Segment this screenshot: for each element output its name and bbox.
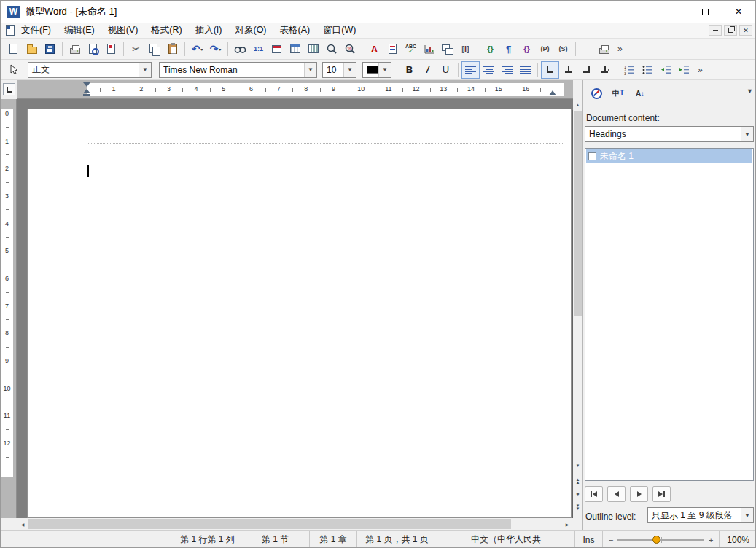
insert-frame-button[interactable] xyxy=(438,40,456,58)
statusbar-segment[interactable]: 中文（中华人民共 xyxy=(437,531,575,548)
menu-item[interactable]: 表格(A) xyxy=(273,23,317,38)
statusbar-segment[interactable]: 第 1 章 xyxy=(310,531,357,548)
columns-button[interactable] xyxy=(304,40,322,58)
navigation-button[interactable] xyxy=(587,84,606,103)
align-justify-button[interactable] xyxy=(516,61,534,79)
paren-p-button[interactable]: (P) xyxy=(536,40,554,58)
bold-button[interactable]: B xyxy=(400,61,418,79)
menu-item[interactable]: 文件(F) xyxy=(15,23,58,38)
maximize-button[interactable] xyxy=(688,1,722,23)
paren-s-button[interactable]: (S) xyxy=(554,40,572,58)
chevron-down-icon[interactable]: ▼ xyxy=(741,508,753,522)
bulleted-list-button[interactable] xyxy=(639,61,657,79)
document-area[interactable] xyxy=(17,99,573,518)
last-item-button[interactable] xyxy=(652,486,671,502)
first-item-button[interactable] xyxy=(585,486,603,502)
headings-list[interactable]: 未命名 1 xyxy=(585,148,754,481)
undo-button[interactable]: ↶▾ xyxy=(188,40,206,58)
outline-level-dropdown[interactable]: 只显示 1 至 9 级段落 ▼ xyxy=(647,507,754,523)
right-indent-marker[interactable] xyxy=(549,90,556,95)
script-button[interactable]: {} xyxy=(518,40,536,58)
tab-decimal-button[interactable] xyxy=(596,61,614,79)
horizontal-ruler[interactable]: 12345678910111213141516 xyxy=(17,80,573,99)
tab-type-selector[interactable] xyxy=(3,83,15,95)
menu-item[interactable]: 对象(O) xyxy=(228,23,273,38)
document-icon[interactable] xyxy=(6,25,15,36)
horizontal-scrollbar-thumb[interactable] xyxy=(28,519,511,529)
style-combo[interactable]: 正文 ▼ xyxy=(28,62,152,78)
zoom-percent-button[interactable]: % xyxy=(340,40,359,58)
font-color-button[interactable]: A xyxy=(365,40,383,58)
minimize-button[interactable] xyxy=(655,1,688,23)
chevron-down-icon[interactable]: ▼ xyxy=(343,63,356,77)
zoom-slider[interactable]: − + xyxy=(603,531,720,548)
statusbar-segment[interactable] xyxy=(1,531,174,548)
toolbar-overflow-icon[interactable]: » xyxy=(617,44,623,54)
vertical-ruler[interactable]: 0123456789101112 xyxy=(1,99,17,518)
find-button[interactable] xyxy=(231,40,249,58)
redo-dropdown-icon[interactable]: ▾ xyxy=(219,47,221,52)
toolbar-overflow-icon[interactable]: » xyxy=(698,65,703,75)
italic-button[interactable]: / xyxy=(418,61,437,79)
previous-item-button[interactable] xyxy=(607,486,626,502)
zoom-slider-track[interactable] xyxy=(617,539,704,541)
redo-button[interactable]: ↷▾ xyxy=(206,40,225,58)
vertical-scrollbar[interactable]: ▲ ▼ ▲▲ ● ▼▼ xyxy=(573,99,582,518)
printer-options-button[interactable] xyxy=(595,40,613,58)
next-page-button[interactable]: ▼▼ xyxy=(573,501,582,514)
save-button[interactable] xyxy=(41,40,59,58)
formatting-marks-button[interactable]: ¶ xyxy=(499,40,518,58)
insert-chart-button[interactable] xyxy=(420,40,438,58)
scroll-left-button[interactable]: ◀ xyxy=(17,518,28,530)
new-document-button[interactable] xyxy=(4,40,23,58)
zoom-button[interactable] xyxy=(322,40,340,58)
chevron-down-icon[interactable]: ▼ xyxy=(139,63,151,77)
heading-display-button[interactable]: 中T xyxy=(609,84,628,103)
font-color-combo[interactable]: ▼ xyxy=(362,62,391,78)
next-item-button[interactable] xyxy=(630,486,648,502)
font-combo[interactable]: Times New Roman ▼ xyxy=(159,62,317,78)
menu-item[interactable]: 格式(R) xyxy=(144,23,188,38)
spellcheck-button[interactable]: ABC✓ xyxy=(402,40,420,58)
zoom-out-icon[interactable]: − xyxy=(609,536,613,544)
numbered-list-button[interactable]: 123 xyxy=(620,61,639,79)
scroll-down-button[interactable]: ▼ xyxy=(573,460,582,471)
print-button[interactable] xyxy=(66,40,84,58)
scroll-up-button[interactable]: ▲ xyxy=(573,99,582,110)
tab-center-button[interactable] xyxy=(559,61,577,79)
tab-left-button[interactable] xyxy=(541,61,559,79)
insert-table-button[interactable] xyxy=(286,40,304,58)
align-left-button[interactable] xyxy=(461,61,480,79)
chevron-down-icon[interactable]: ▼ xyxy=(378,63,391,77)
align-right-button[interactable] xyxy=(498,61,516,79)
menu-item[interactable]: 窗口(W) xyxy=(316,23,362,38)
cut-button[interactable]: ✂ xyxy=(127,40,145,58)
format-page-button[interactable] xyxy=(383,40,402,58)
menu-item[interactable]: 插入(I) xyxy=(189,23,229,38)
doc-close-button[interactable]: ✕ xyxy=(739,25,752,36)
chevron-down-icon[interactable]: ▼ xyxy=(741,127,753,141)
zoom-in-icon[interactable]: + xyxy=(709,536,713,544)
scroll-right-button[interactable]: ▶ xyxy=(561,518,573,530)
previous-page-button[interactable]: ▲▲ xyxy=(573,474,582,488)
hanging-indent-marker[interactable] xyxy=(83,89,90,93)
font-size-combo[interactable]: 10 ▼ xyxy=(322,62,356,78)
sort-button[interactable]: A↓ xyxy=(631,84,650,103)
menu-item[interactable]: 编辑(E) xyxy=(58,23,101,38)
content-type-dropdown[interactable]: Headings ▼ xyxy=(585,126,754,142)
chevron-down-icon[interactable]: ▼ xyxy=(304,63,316,77)
export-button[interactable] xyxy=(102,40,120,58)
vertical-scrollbar-thumb[interactable] xyxy=(574,111,582,316)
open-button[interactable] xyxy=(23,40,41,58)
increase-indent-button[interactable] xyxy=(675,61,693,79)
menu-item[interactable]: 视图(V) xyxy=(101,23,145,38)
page[interactable] xyxy=(27,109,572,518)
select-pointer-button[interactable] xyxy=(4,61,23,79)
index-button[interactable]: I xyxy=(456,40,475,58)
left-indent-marker[interactable] xyxy=(83,94,90,96)
zoom-slider-knob[interactable] xyxy=(652,536,660,544)
copy-button[interactable] xyxy=(145,40,163,58)
doc-restore-button[interactable] xyxy=(724,25,737,36)
fields-button[interactable]: {} xyxy=(481,40,499,58)
close-button[interactable]: ✕ xyxy=(722,1,755,23)
